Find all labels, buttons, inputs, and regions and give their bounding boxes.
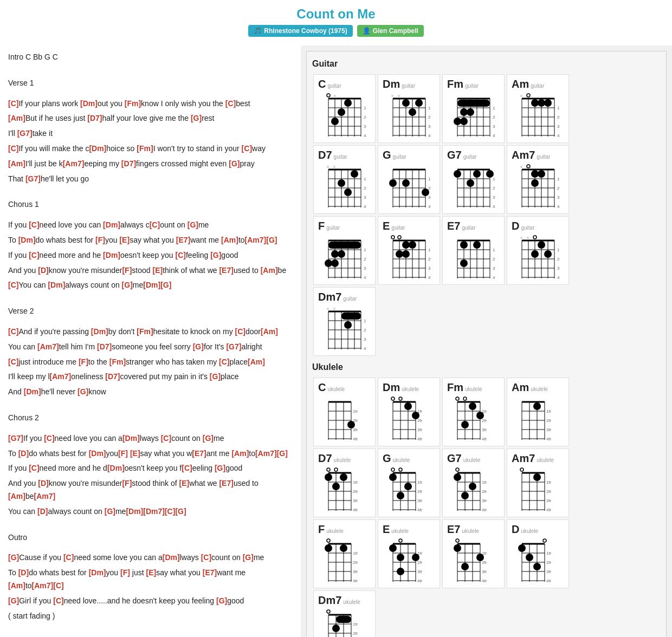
svg-text:1fr: 1fr: [353, 409, 358, 414]
verse1-line2: [Am]But if he uses just [D7]half your lo…: [8, 112, 293, 125]
svg-point-133: [454, 170, 461, 178]
svg-point-17: [344, 99, 352, 107]
svg-text:1fr: 1fr: [428, 248, 431, 252]
song-title: Count on Me: [0, 6, 672, 22]
svg-point-154: [531, 170, 539, 178]
svg-text:2fr: 2fr: [557, 257, 560, 262]
svg-point-255: [344, 321, 352, 329]
verse2-line5: And [Dm]he'll never [G]know: [8, 386, 293, 399]
chord-Fm-guitar: Fm guitar: [442, 74, 505, 143]
chord-D-guitar: D guitar: [507, 216, 569, 285]
svg-text:x: x: [520, 235, 522, 240]
svg-text:3fr: 3fr: [417, 569, 423, 574]
svg-rect-470: [336, 616, 351, 623]
intro-line: Intro C Bb G C: [8, 51, 293, 64]
svg-text:3fr: 3fr: [364, 266, 366, 271]
outro-line3: [G]Girl if you [C]need love.....and he d…: [8, 595, 293, 608]
svg-point-437: [476, 554, 484, 561]
outro-line1: [G]Cause if you [C]need some love you ca…: [8, 551, 293, 564]
svg-text:x: x: [398, 93, 400, 98]
svg-text:4fr: 4fr: [493, 204, 495, 209]
svg-text:2fr: 2fr: [353, 560, 358, 565]
svg-point-436: [454, 544, 461, 552]
chord-D-ukulele: D ukulele: [507, 519, 569, 588]
svg-point-385: [520, 468, 524, 471]
svg-text:3fr: 3fr: [417, 427, 423, 432]
chord-diagram-Fm-ukulele: 1fr 2fr 3fr 4fr: [452, 394, 495, 443]
svg-point-351: [399, 468, 402, 471]
svg-point-173: [331, 250, 339, 258]
chord-Am-ukulele: Am ukulele: [507, 378, 569, 446]
svg-text:1fr: 1fr: [364, 318, 366, 323]
main-content: Intro C Bb G C Verse 1 [C]If your plans …: [0, 46, 672, 637]
svg-point-135: [486, 170, 494, 178]
svg-point-302: [469, 402, 476, 410]
chord-Am7-ukulele: Am7 ukulele: [507, 448, 569, 517]
artist-icon: 👤: [363, 27, 371, 35]
svg-point-333: [334, 468, 338, 471]
chorus2-line1: [G7]If you [C]need love you can a[Dm]lwa…: [8, 432, 293, 445]
svg-text:1fr: 1fr: [364, 177, 366, 181]
svg-text:1fr: 1fr: [546, 480, 552, 485]
chord-E7-ukulele: E7 ukulele: [442, 519, 505, 588]
artist-badge[interactable]: 👤 Glen Campbell: [357, 25, 424, 37]
chords-panel: Guitar C guitar: [301, 46, 672, 637]
chord-Dm7-ukulele: Dm7 ukulele: [313, 590, 376, 637]
svg-point-79: [544, 99, 552, 107]
svg-text:2fr: 2fr: [364, 186, 366, 191]
svg-point-418: [397, 554, 404, 561]
chorus1-line1: If you [C]need love you can [Dm]always c…: [8, 219, 293, 232]
svg-point-416: [399, 539, 402, 542]
chorus2-line3: If you [C]need more and he d[Dm]oesn't k…: [8, 462, 293, 475]
svg-text:4fr: 4fr: [364, 204, 366, 209]
svg-text:1fr: 1fr: [493, 177, 495, 181]
verse2-line1: [C]And if you're passing [Dm]by don't [F…: [8, 326, 293, 339]
svg-point-371: [461, 492, 469, 499]
svg-text:x: x: [520, 93, 522, 98]
svg-text:1fr: 1fr: [353, 622, 358, 627]
svg-point-235: [544, 250, 552, 258]
svg-text:4fr: 4fr: [482, 437, 487, 441]
svg-point-175: [325, 259, 332, 267]
lyrics-panel: Intro C Bb G C Verse 1 [C]If your plans …: [0, 46, 301, 637]
svg-text:3fr: 3fr: [364, 337, 366, 342]
outro-line2: To [D]do whats best for [Dm]you [F] just…: [8, 567, 293, 593]
svg-point-301: [463, 397, 467, 400]
svg-point-332: [327, 468, 330, 471]
svg-text:x: x: [334, 93, 336, 98]
svg-point-195: [409, 241, 416, 249]
guitar-chords-row2: D7 guitar: [312, 144, 661, 215]
svg-point-37: [402, 99, 410, 107]
svg-point-401: [325, 544, 332, 552]
svg-text:1fr: 1fr: [546, 409, 552, 414]
svg-text:3fr: 3fr: [546, 569, 552, 574]
svg-text:2fr: 2fr: [364, 257, 366, 262]
verse1-line6: That [G7]he'll let you go: [8, 173, 293, 186]
svg-text:2fr: 2fr: [557, 115, 560, 120]
svg-point-76: [527, 94, 530, 97]
svg-point-438: [461, 563, 469, 570]
svg-point-155: [538, 170, 545, 178]
svg-text:1fr: 1fr: [353, 480, 358, 485]
svg-text:3fr: 3fr: [364, 124, 366, 129]
svg-point-419: [412, 554, 419, 561]
album-badge[interactable]: 🎵 Rhinestone Cowboy (1975): [248, 25, 352, 37]
svg-point-98: [338, 179, 345, 187]
chord-G7-ukulele: G7 ukulele: [442, 448, 505, 517]
svg-text:4fr: 4fr: [417, 437, 423, 441]
svg-point-369: [454, 473, 461, 481]
svg-point-15: [327, 94, 330, 97]
svg-text:x: x: [520, 164, 522, 169]
verse2-title: Verse 2: [8, 305, 293, 318]
svg-point-300: [456, 397, 459, 400]
svg-text:4fr: 4fr: [353, 578, 358, 583]
svg-point-352: [389, 473, 397, 481]
svg-text:3fr: 3fr: [493, 195, 495, 200]
chord-Dm-guitar: Dm guitar: [378, 74, 440, 143]
svg-point-269: [347, 421, 355, 428]
svg-text:x: x: [333, 306, 335, 311]
svg-text:2fr: 2fr: [546, 489, 552, 494]
svg-point-354: [397, 492, 404, 499]
svg-point-38: [409, 108, 416, 116]
guitar-chords-row4: Dm7 guitar: [312, 286, 661, 357]
